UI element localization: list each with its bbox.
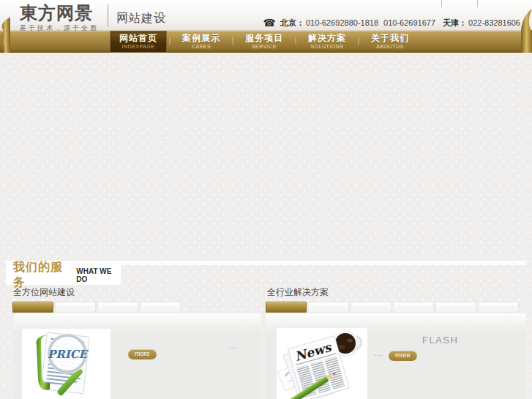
nav-item-sublabel: SOLUTIONS [299,43,356,50]
left-category-tab-1[interactable] [12,302,53,313]
nav-separator: | [230,31,236,53]
right-column-title: 全行业解决方案 [267,286,329,299]
services-heading: 我们的服务 WHAT WE DO [6,265,121,285]
header: 東方网景 基于技术，源于全面 网站建设 ☎ 北京： 010-62692880-1… [0,0,532,31]
left-column-title: 全方位网站建设 [13,286,75,299]
top-separator-tick [441,0,442,7]
logo[interactable]: 東方网景 [20,4,99,22]
left-category-tab-3[interactable] [97,302,138,313]
nav-item-label: 解决方案 [299,33,356,43]
ellipsis-right: ... [374,348,383,357]
right-category-tab-1[interactable] [266,302,307,313]
price-text: PRICE [48,348,89,361]
right-category-tab-3[interactable] [351,302,391,313]
nav-item-label: 关于我们 [361,33,419,43]
news-coffee-thumbnail[interactable]: News [277,328,367,399]
nav-item-sublabel: ABOUTUS [361,43,419,50]
main-nav: 网站首页INDEXPAGE|案例展示CASES|服务项目SERVICE|解决方案… [0,31,532,53]
nav-item-sublabel: INDEXPAGE [110,43,167,50]
price-magnifier-illustration: PRICE [22,329,110,399]
contact-phones: ☎ 北京： 010-62692880-1818 010-62691677 天津：… [263,17,520,29]
nav-separator: | [167,31,173,53]
flash-placeholder-label: FLASH [422,335,458,346]
left-category-tab-4[interactable] [140,302,181,313]
nav-item-sublabel: SERVICE [236,43,293,50]
logo-block: 東方网景 基于技术，源于全面 网站建设 [20,4,166,33]
flash-banner-placeholder [0,53,532,261]
left-category-tab-2[interactable] [55,302,96,313]
phone-beijing-label: 北京： [280,18,304,29]
right-category-tab-2[interactable] [308,302,349,313]
nav-item-indexpage[interactable]: 网站首页INDEXPAGE [110,31,167,53]
phone-icon: ☎ [263,17,276,29]
gold-ribbon-curl-right [521,9,532,53]
phone-tianjin-number: 022-83281606 [468,18,520,27]
right-category-tab-4[interactable] [393,302,434,313]
more-button-left[interactable]: more [128,349,157,359]
nav-item-label: 服务项目 [236,33,293,43]
solutions-panel: News ... more FLASH [266,313,526,399]
right-category-tab-5[interactable] [435,302,476,313]
services-title-en: WHAT WE DO [76,267,121,283]
phone-tianjin-label: 天津： [443,18,467,29]
site-title: 网站建设 [116,11,166,26]
nav-item-label: 案例展示 [173,33,230,43]
nav-item-aboutus[interactable]: 关于我们ABOUTUS [361,31,419,53]
nav-separator: | [356,31,361,53]
price-list-thumbnail[interactable]: PRICE [22,329,110,399]
page: 東方网景 基于技术，源于全面 网站建设 ☎ 北京： 010-62692880-1… [0,0,532,399]
nav-item-solutions[interactable]: 解决方案SOLUTIONS [299,31,356,53]
ellipsis-left: ... [229,341,238,350]
phone-beijing-number-1: 010-62692880-1818 [306,18,378,27]
logo-divider [108,4,108,26]
website-building-panel: PRICE more ... [14,313,261,399]
nav-item-service[interactable]: 服务项目SERVICE [236,31,293,53]
nav-item-cases[interactable]: 案例展示CASES [173,31,230,53]
more-button-right[interactable]: more [389,351,417,361]
right-category-tab-6[interactable] [478,302,519,313]
newspaper-coffee-illustration: News [277,328,367,399]
nav-separator: | [293,31,299,53]
nav-item-sublabel: CASES [173,43,230,50]
top-separator-tick [477,0,478,7]
nav-item-label: 网站首页 [110,33,167,43]
phone-beijing-number-2: 010-62691677 [383,18,435,27]
gold-ribbon-curl-left [0,18,10,53]
